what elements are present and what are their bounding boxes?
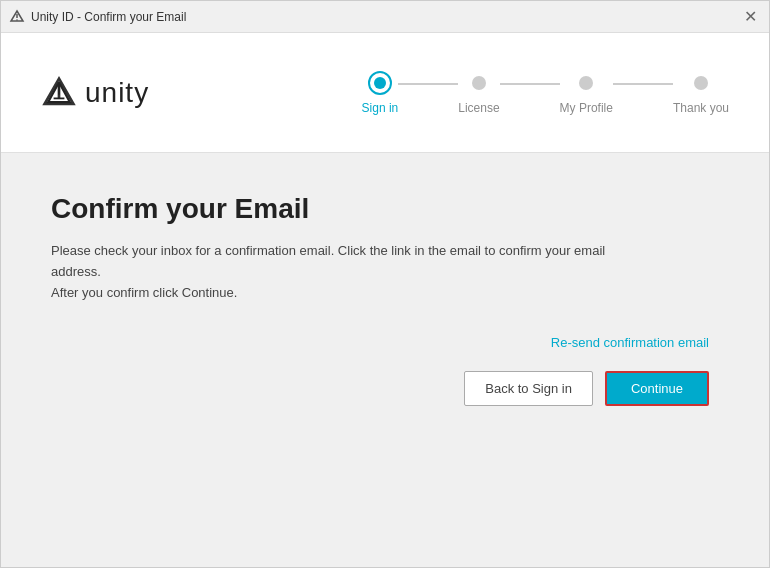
unity-logo-icon bbox=[41, 75, 77, 111]
step-license: License bbox=[458, 71, 499, 115]
header: unity Sign in License My Profile Thank y… bbox=[1, 33, 769, 153]
page-description: Please check your inbox for a confirmati… bbox=[51, 241, 631, 303]
step-thankyou-label: Thank you bbox=[673, 101, 729, 115]
stepper: Sign in License My Profile Thank you bbox=[362, 71, 729, 115]
step-license-label: License bbox=[458, 101, 499, 115]
step-connector-2 bbox=[500, 83, 560, 85]
app-window: Unity ID - Confirm your Email ✕ unity Si… bbox=[0, 0, 770, 568]
main-content: Confirm your Email Please check your inb… bbox=[1, 153, 769, 567]
step-connector-1 bbox=[398, 83, 458, 85]
resend-row: Re-send confirmation email bbox=[51, 333, 719, 351]
svg-point-2 bbox=[16, 19, 18, 21]
close-button[interactable]: ✕ bbox=[740, 9, 761, 25]
step-signin-circle bbox=[368, 71, 392, 95]
step-connector-3 bbox=[613, 83, 673, 85]
desc-line1: Please check your inbox for a confirmati… bbox=[51, 243, 605, 279]
window-icon bbox=[9, 9, 25, 25]
logo-text: unity bbox=[85, 77, 149, 109]
continue-button[interactable]: Continue bbox=[605, 371, 709, 406]
desc-line2: After you confirm click Continue. bbox=[51, 285, 237, 300]
step-signin-label: Sign in bbox=[362, 101, 399, 115]
step-myprofile: My Profile bbox=[560, 71, 613, 115]
step-thankyou: Thank you bbox=[673, 71, 729, 115]
step-myprofile-circle bbox=[579, 76, 593, 90]
button-row: Back to Sign in Continue bbox=[51, 371, 719, 406]
logo: unity bbox=[41, 75, 149, 111]
step-myprofile-label: My Profile bbox=[560, 101, 613, 115]
step-thankyou-circle bbox=[694, 76, 708, 90]
resend-link[interactable]: Re-send confirmation email bbox=[551, 335, 709, 350]
title-bar: Unity ID - Confirm your Email ✕ bbox=[1, 1, 769, 33]
window-title: Unity ID - Confirm your Email bbox=[31, 10, 740, 24]
page-title: Confirm your Email bbox=[51, 193, 719, 225]
step-license-circle bbox=[472, 76, 486, 90]
step-signin: Sign in bbox=[362, 71, 399, 115]
back-to-signin-button[interactable]: Back to Sign in bbox=[464, 371, 593, 406]
